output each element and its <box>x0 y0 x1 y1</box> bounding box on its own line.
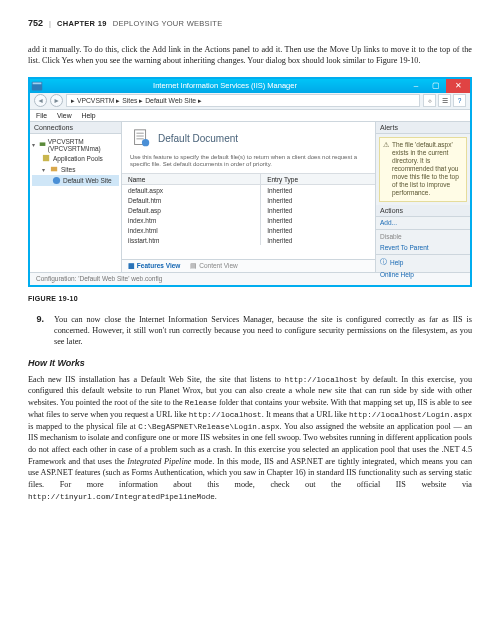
window-buttons: – ▢ ✕ <box>406 79 470 93</box>
tree-server[interactable]: ▾ VPCVSRTM (VPCVSRTM\Ima) <box>32 137 119 153</box>
grid-body: default.aspxInherited Default.htmInherit… <box>122 185 375 258</box>
alerts-header: Alerts <box>376 122 470 134</box>
back-button[interactable]: ◄ <box>34 94 47 107</box>
table-row[interactable]: iisstart.htmInherited <box>122 235 375 245</box>
grid-header: Name Entry Type <box>122 173 375 185</box>
table-row[interactable]: Default.htmInherited <box>122 195 375 205</box>
svg-point-5 <box>53 177 60 184</box>
warning-icon: ⚠ <box>383 141 389 198</box>
feature-pane: Default Document Use this feature to spe… <box>122 122 375 272</box>
action-help[interactable]: ⓘHelp <box>376 256 470 269</box>
page-number: 752 <box>28 18 43 28</box>
figure-caption: FIGURE 19-10 <box>28 295 472 302</box>
tab-content-view[interactable]: ▤ Content View <box>190 262 237 270</box>
step-text: You can now close the Internet Informati… <box>54 314 472 348</box>
document-icon <box>130 128 152 150</box>
app-icon <box>30 79 44 93</box>
tree-default-site[interactable]: Default Web Site <box>32 175 119 186</box>
iis-body: Connections ▾ VPCVSRTM (VPCVSRTM\Ima) Ap… <box>30 122 470 272</box>
toolbar-btn-1[interactable]: ⟐ <box>423 94 436 107</box>
action-online-help[interactable]: Online Help <box>376 269 470 280</box>
sites-icon <box>50 165 59 174</box>
intro-paragraph: add it manually. To do this, click the A… <box>28 44 472 67</box>
connection-tree: ▾ VPCVSRTM (VPCVSRTM\Ima) Application Po… <box>30 134 121 189</box>
tree-sites[interactable]: ▾ Sites <box>32 164 119 175</box>
title-bar: Internet Information Services (IIS) Mana… <box>30 79 470 93</box>
chapter-label: CHAPTER 19 <box>57 19 107 28</box>
connections-header: Connections <box>30 122 121 134</box>
menu-file[interactable]: File <box>36 112 47 119</box>
svg-rect-7 <box>136 132 143 133</box>
breadcrumb-path[interactable]: ▸ VPCVSRTM ▸ Sites ▸ Default Web Site ▸ <box>66 94 420 107</box>
toolbar-btn-2[interactable]: ☰ <box>438 94 451 107</box>
col-entry-type[interactable]: Entry Type <box>261 174 375 184</box>
action-disable[interactable]: Disable <box>376 231 470 242</box>
help-icon: ⓘ <box>380 258 387 267</box>
tab-features-view[interactable]: ▦ Features View <box>128 262 180 270</box>
toolbar-help-button[interactable]: ? <box>453 94 466 107</box>
alert-message: ⚠ The file 'default.aspx' exists in the … <box>379 137 467 202</box>
connections-pane: Connections ▾ VPCVSRTM (VPCVSRTM\Ima) Ap… <box>30 122 122 272</box>
step-9: 9. You can now close the Internet Inform… <box>28 314 472 348</box>
menu-view[interactable]: View <box>57 112 72 119</box>
header-sep: | <box>49 19 51 28</box>
action-revert[interactable]: Revert To Parent <box>376 242 470 253</box>
close-button[interactable]: ✕ <box>446 79 470 93</box>
page-header: 752 | CHAPTER 19 DEPLOYING YOUR WEBSITE <box>28 18 472 28</box>
menu-help[interactable]: Help <box>82 112 96 119</box>
table-row[interactable]: Default.aspInherited <box>122 205 375 215</box>
svg-rect-3 <box>43 155 49 161</box>
chapter-title: DEPLOYING YOUR WEBSITE <box>113 19 223 28</box>
feature-description: Use this feature to specify the default … <box>122 154 375 174</box>
table-row[interactable]: index.htmlInherited <box>122 225 375 235</box>
col-name[interactable]: Name <box>122 174 261 184</box>
svg-rect-2 <box>39 143 45 147</box>
action-add[interactable]: Add... <box>376 217 470 228</box>
right-pane: Alerts ⚠ The file 'default.aspx' exists … <box>375 122 470 272</box>
actions-header: Actions <box>376 205 470 217</box>
server-icon <box>39 140 46 149</box>
svg-rect-1 <box>33 82 42 84</box>
view-tabs: ▦ Features View ▤ Content View <box>122 259 375 272</box>
iis-window: Internet Information Services (IIS) Mana… <box>28 77 472 287</box>
feature-title: Default Document <box>158 133 238 144</box>
forward-button[interactable]: ► <box>50 94 63 107</box>
how-it-works-heading: How It Works <box>28 358 472 368</box>
minimize-button[interactable]: – <box>406 79 426 93</box>
table-row[interactable]: default.aspxInherited <box>122 185 375 195</box>
maximize-button[interactable]: ▢ <box>426 79 446 93</box>
svg-rect-9 <box>136 138 143 139</box>
globe-icon <box>52 176 61 185</box>
svg-rect-8 <box>136 135 143 136</box>
menu-bar: File View Help <box>30 110 470 122</box>
svg-point-10 <box>142 139 149 146</box>
tree-app-pools[interactable]: Application Pools <box>32 153 119 164</box>
how-it-works-paragraph: Each new IIS installation has a Default … <box>28 374 472 503</box>
step-number: 9. <box>28 314 44 348</box>
svg-rect-4 <box>51 166 57 171</box>
breadcrumb-bar: ◄ ► ▸ VPCVSRTM ▸ Sites ▸ Default Web Sit… <box>30 93 470 110</box>
window-title: Internet Information Services (IIS) Mana… <box>44 81 406 90</box>
table-row[interactable]: index.htmInherited <box>122 215 375 225</box>
pools-icon <box>42 154 51 163</box>
